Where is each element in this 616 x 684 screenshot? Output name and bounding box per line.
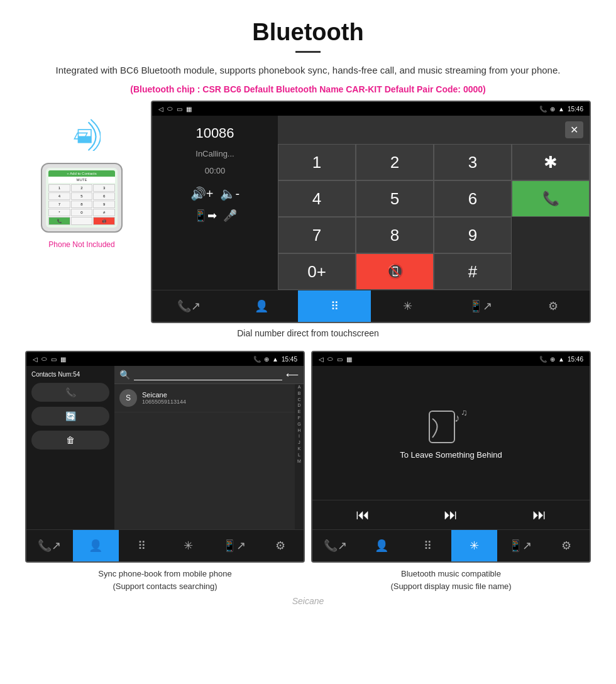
delete-action-button[interactable]: 🗑 [31, 431, 109, 450]
contacts-count: Contacts Num:54 [31, 371, 109, 378]
contacts-nav-contacts[interactable]: 👤 [73, 530, 119, 561]
contact-list: S Seicane 10655059113144 [114, 384, 295, 529]
nav-call-log[interactable]: 📞↗ [152, 290, 225, 322]
call-info-panel: 10086 InCalling... 00:00 🔊+ 🔈- 📱➡ 🎤 [152, 116, 278, 290]
phone-key-call: 📞 [48, 217, 70, 225]
watermark-text: Seicane [292, 596, 324, 606]
contact-item[interactable]: S Seicane 10655059113144 [114, 384, 295, 412]
music-wifi-icon: ▲ [558, 356, 564, 363]
bluetooth-waves-icon: ⬓ ▱ [63, 113, 101, 151]
notification-icon: ▦ [186, 106, 192, 113]
nav-transfer[interactable]: 📱↗ [444, 290, 517, 322]
numpad-8[interactable]: 8 [356, 217, 434, 253]
backspace-icon: ✕ [570, 124, 578, 135]
contacts-nav-transfer[interactable]: 📱↗ [211, 530, 258, 561]
phone-screen: + Add to Contacts MUTE 1 2 3 4 5 6 7 8 9… [46, 168, 118, 228]
contacts-nav-dialpad[interactable]: ⠿ [119, 530, 165, 561]
music-nav-calls[interactable]: 📞↗ [312, 530, 359, 561]
contacts-status-time: 15:45 [282, 356, 297, 363]
contacts-nav-calls[interactable]: 📞↗ [26, 530, 73, 561]
transfer-button[interactable]: 📱➡ [194, 209, 217, 223]
next-track-button[interactable]: ⏭ [532, 507, 546, 523]
contacts-status-left: ◁ ⬭ ▭ ▦ [33, 355, 66, 363]
prev-track-button[interactable]: ⏮ [356, 507, 370, 523]
numpad-9[interactable]: 9 [434, 217, 512, 253]
nav-settings[interactable]: ⚙ [517, 290, 590, 322]
alpha-b: B [298, 390, 301, 397]
contact-name: Seicane [142, 391, 186, 399]
music-nav-dialpad[interactable]: ⠿ [405, 530, 451, 561]
music-nav-contacts[interactable]: 👤 [359, 530, 405, 561]
vol-up-button[interactable]: 🔊+ [190, 186, 214, 201]
call-action-button[interactable]: 📞 [31, 383, 109, 402]
numpad-2[interactable]: 2 [356, 144, 434, 180]
numpad-5[interactable]: 5 [356, 180, 434, 217]
wifi-icon: ▲ [558, 106, 564, 113]
end-call-button[interactable]: 📵 [356, 253, 434, 290]
vol-down-button[interactable]: 🔈- [220, 186, 240, 201]
contacts-screen: ◁ ⬭ ▭ ▦ 📞 ⊕ ▲ 15:45 Contacts Num:54 [25, 351, 305, 563]
numpad-0plus[interactable]: 0+ [278, 253, 356, 290]
phone-key-0: 0 [71, 209, 93, 216]
alpha-h: H [297, 428, 300, 434]
numpad-hash[interactable]: # [434, 253, 512, 290]
music-nav-settings[interactable]: ⚙ [544, 530, 590, 561]
music-status-bar: ◁ ⬭ ▭ ▦ 📞 ⊕ ▲ 15:46 [312, 352, 590, 366]
phone-not-included: Phone Not Included [48, 240, 114, 249]
play-pause-button[interactable]: ⏭ [444, 507, 458, 523]
mute-button[interactable]: 🎤 [223, 209, 237, 223]
music-status-right: 📞 ⊕ ▲ 15:46 [539, 356, 583, 363]
alpha-list: A B C D E F G H I J K L M [295, 384, 304, 529]
music-nav-transfer[interactable]: 📱↗ [497, 530, 544, 561]
bottom-screens: ◁ ⬭ ▭ ▦ 📞 ⊕ ▲ 15:45 Contacts Num:54 [0, 351, 616, 592]
phone-key-9: 9 [93, 201, 115, 208]
numpad-6[interactable]: 6 [434, 180, 512, 217]
numpad-4[interactable]: 4 [278, 180, 356, 217]
watermark: Seicane [0, 595, 616, 607]
contacts-back-icon: ◁ [33, 356, 38, 363]
numpad-star[interactable]: ✱ [512, 144, 590, 180]
phone-key-1: 1 [48, 184, 70, 192]
svg-text:▱: ▱ [74, 124, 88, 145]
numpad-display: ✕ [278, 116, 590, 144]
delete-icon: 🗑 [66, 435, 75, 445]
nav-contacts[interactable]: 👤 [225, 290, 298, 322]
contacts-caption-line1: Sync phone-book from mobile phone [98, 569, 231, 578]
contacts-caption: Sync phone-book from mobile phone (Suppo… [25, 568, 305, 592]
contacts-bottom-nav: 📞↗ 👤 ⠿ ✳ 📱↗ ⚙ [26, 529, 304, 561]
contacts-notif-icon: ▦ [60, 356, 66, 363]
phone-key-empty [71, 217, 93, 225]
music-main-area: ♪ ♫ To Leave Something Behind [312, 366, 590, 500]
call-button[interactable]: 📞 [512, 180, 590, 217]
bluetooth-icon-wrap: ⬓ ▱ [63, 113, 101, 153]
phone-key-5: 5 [71, 192, 93, 200]
contacts-nav-bluetooth[interactable]: ✳ [165, 530, 212, 561]
car-screen-main: ◁ ⬭ ▭ ▦ 📞 ⊕ ▲ 15:46 10086 InCalling... 0… [151, 101, 591, 323]
phone-key-2: 2 [71, 184, 93, 192]
search-input[interactable] [134, 369, 282, 380]
music-nav-bluetooth[interactable]: ✳ [451, 530, 498, 561]
numpad-1[interactable]: 1 [278, 144, 356, 180]
music-screen-container: ◁ ⬭ ▭ ▦ 📞 ⊕ ▲ 15:46 [311, 351, 591, 563]
nav-bluetooth[interactable]: ✳ [371, 290, 444, 322]
sync-action-button[interactable]: 🔄 [31, 407, 109, 426]
status-time: 15:46 [568, 106, 583, 113]
contacts-status-bar: ◁ ⬭ ▭ ▦ 📞 ⊕ ▲ 15:45 [26, 352, 304, 366]
numpad-section: ✕ 1 2 3 ✱ 4 5 6 📞 7 8 9 0+ 📵 [278, 116, 590, 290]
numpad-3[interactable]: 3 [434, 144, 512, 180]
dial-content: 10086 InCalling... 00:00 🔊+ 🔈- 📱➡ 🎤 ✕ [152, 116, 590, 290]
backspace-button[interactable]: ✕ [565, 121, 583, 138]
phone-key-3: 3 [93, 184, 115, 192]
contacts-nav-settings[interactable]: ⚙ [258, 530, 304, 561]
nav-dialpad[interactable]: ⠿ [298, 290, 371, 322]
phone-key-7: 7 [48, 201, 70, 208]
song-title: To Leave Something Behind [400, 450, 502, 460]
recents-icon: ▭ [177, 106, 182, 113]
phone-key-star: * [48, 209, 70, 216]
alpha-j: J [298, 439, 300, 446]
numpad-7[interactable]: 7 [278, 217, 356, 253]
status-bar: ◁ ⬭ ▭ ▦ 📞 ⊕ ▲ 15:46 [152, 102, 590, 116]
alpha-d: D [297, 402, 300, 409]
main-bottom-nav: 📞↗ 👤 ⠿ ✳ 📱↗ ⚙ [152, 290, 590, 322]
music-controls: ⏮ ⏭ ⏭ [312, 500, 590, 529]
